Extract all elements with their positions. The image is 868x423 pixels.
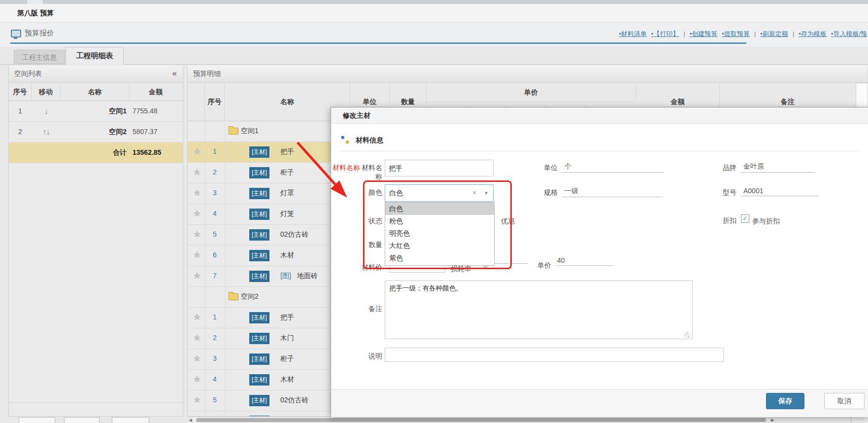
note-input[interactable] xyxy=(385,348,724,362)
space-row[interactable]: 2↑↓空间25807.37 xyxy=(9,122,183,142)
toolbar-link[interactable]: •材料清单 xyxy=(619,30,647,37)
col-seq: 序号 xyxy=(9,83,32,101)
left-bottom-button-2[interactable] xyxy=(64,417,100,423)
cancel-button[interactable]: 取消 xyxy=(824,393,865,409)
tab-project-main-info[interactable]: 工程主信息 xyxy=(14,50,65,64)
col-unit-price-group: 单价 xyxy=(427,83,636,102)
tab-project-detail[interactable]: 工程明细表 xyxy=(66,47,124,65)
unit-field[interactable]: 个 xyxy=(562,161,663,173)
row-seq: 3 xyxy=(205,354,225,362)
main-material-badge: [主材] xyxy=(249,146,269,158)
model-label: 型号 xyxy=(707,188,736,197)
grid-line xyxy=(225,163,225,183)
grid-line xyxy=(225,411,225,417)
link-separator: | xyxy=(793,30,794,37)
grid-line xyxy=(225,287,225,307)
item-name: 把手 xyxy=(280,147,294,156)
remark-textarea[interactable]: 把手一级；有各种颜色。 xyxy=(385,281,693,339)
toolbar-link[interactable]: •导入模板/预 xyxy=(831,30,867,37)
star-icon[interactable]: ★ xyxy=(190,353,204,364)
item-name: 02仿古砖 xyxy=(280,396,309,405)
brand-field[interactable]: 金叶原 xyxy=(740,161,814,173)
row-seq: 1 xyxy=(205,147,225,155)
main-material-badge: [主材] xyxy=(249,353,269,365)
toolbar-link[interactable]: •提取预算 xyxy=(722,30,750,37)
discount-checkbox[interactable]: ✓ xyxy=(741,214,749,223)
clear-icon[interactable]: × xyxy=(472,189,476,197)
grid-line xyxy=(205,287,205,307)
space-panel-header: 空间列表 « xyxy=(9,66,183,83)
row-seq: 1 xyxy=(9,101,32,121)
main-material-badge: [主材] xyxy=(249,188,269,199)
tabline xyxy=(0,64,868,65)
main-material-badge: [主材] xyxy=(249,167,269,178)
color-option[interactable]: 白色 xyxy=(385,203,494,215)
main-material-badge: [主材] xyxy=(249,333,269,344)
budget-panel-header: 预算明细 xyxy=(188,66,868,83)
color-option[interactable]: 粉色 xyxy=(385,215,494,227)
spec-field[interactable]: 一级 xyxy=(562,186,663,197)
star-icon[interactable]: ★ xyxy=(190,187,204,198)
modify-material-dialog: 修改主材 × 材料信息 材料名称材料名称 把手 单位 个 品牌 金叶原 颜色 白… xyxy=(331,107,868,417)
toolbar-link[interactable]: •刷新定额 xyxy=(760,30,788,37)
unit-price-label: 单价 xyxy=(535,261,551,270)
col-seq: 序号 xyxy=(205,83,225,121)
item-name: 木门 xyxy=(280,334,294,343)
row-seq: 4 xyxy=(205,375,225,383)
grid-line xyxy=(225,225,225,245)
toolbar-link[interactable]: •创建预算 xyxy=(690,30,718,37)
move-down-icon[interactable]: ↓ xyxy=(32,101,61,121)
star-icon[interactable]: ★ xyxy=(190,249,204,260)
row-seq: 2 xyxy=(9,122,32,142)
item-name: 02仿古砖 xyxy=(280,230,309,239)
left-bottom-button-1[interactable] xyxy=(19,417,55,423)
color-option[interactable]: 明亮色 xyxy=(385,227,494,240)
chrome-tab-nub xyxy=(27,0,43,4)
star-icon[interactable]: ★ xyxy=(190,167,204,177)
toolbar-link[interactable]: •【打印】 xyxy=(651,30,679,37)
scrollbar-thumb[interactable] xyxy=(196,418,766,422)
chrome-strip xyxy=(0,0,868,4)
link-separator: | xyxy=(683,30,685,37)
item-name: 木材 xyxy=(280,251,294,260)
model-field[interactable]: A0001 xyxy=(740,186,819,196)
unit-price-field[interactable]: 40 xyxy=(554,255,613,266)
color-option[interactable]: 大红色 xyxy=(385,240,494,252)
scroll-right-icon[interactable]: ▶ xyxy=(771,418,774,423)
collapse-icon[interactable]: « xyxy=(172,69,177,78)
move-up-down-icon[interactable]: ↑↓ xyxy=(32,122,61,142)
save-button[interactable]: 保存 xyxy=(766,393,804,409)
image-tag-link[interactable]: [图] xyxy=(280,272,291,281)
star-icon[interactable]: ★ xyxy=(190,374,204,385)
material-name-label: 材料名称材料名称 xyxy=(331,164,382,181)
material-info-icon xyxy=(341,136,349,146)
section-title: 材料信息 xyxy=(356,136,383,145)
close-icon[interactable]: × xyxy=(343,111,864,119)
star-icon[interactable]: ★ xyxy=(190,229,204,240)
star-icon[interactable]: ★ xyxy=(190,394,204,405)
star-icon[interactable]: ★ xyxy=(190,208,204,219)
material-name-input[interactable]: 把手 xyxy=(385,160,494,176)
star-icon[interactable]: ★ xyxy=(190,332,204,343)
grid-line xyxy=(225,204,225,224)
row-seq: 4 xyxy=(205,210,225,217)
resize-handle[interactable] xyxy=(685,332,690,338)
app-titlebar: 第八版 预算 xyxy=(0,4,868,23)
page-title-wrap: 预算报价 xyxy=(11,29,54,38)
star-icon[interactable]: ★ xyxy=(190,312,204,322)
folder-icon xyxy=(229,128,238,135)
color-option[interactable]: 紫色 xyxy=(385,252,494,264)
horizontal-scrollbar[interactable]: ◀ ▶ xyxy=(187,417,868,423)
space-row[interactable]: 1↓空间17755.48 xyxy=(9,101,183,122)
col-star xyxy=(188,83,205,121)
star-icon[interactable]: ★ xyxy=(190,270,204,281)
grid-line xyxy=(225,349,225,369)
star-icon[interactable]: ★ xyxy=(190,146,204,157)
main-material-badge: [主材] xyxy=(249,229,269,241)
folder-label: 空间1 xyxy=(241,127,259,136)
left-bottom-button-3[interactable] xyxy=(112,417,149,423)
toolbar-link[interactable]: •存为模板 xyxy=(799,30,827,37)
color-combobox[interactable]: 白色 × ▼ xyxy=(385,184,494,202)
chevron-down-icon[interactable]: ▼ xyxy=(484,190,489,196)
scroll-left-icon[interactable]: ◀ xyxy=(189,418,192,423)
